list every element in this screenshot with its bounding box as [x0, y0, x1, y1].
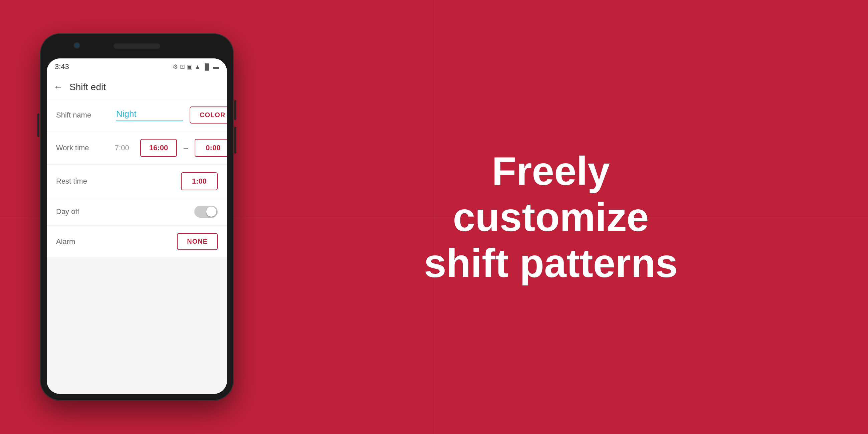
settings-status-icon: ⚙	[173, 63, 178, 70]
shift-name-label: Shift name	[56, 111, 110, 120]
alarm-none-button[interactable]: NONE	[177, 233, 218, 250]
shift-name-row: Shift name COLOR	[47, 99, 227, 131]
promo-panel: Freely customize shift patterns	[234, 128, 868, 306]
rest-time-row: Rest time 1:00	[47, 165, 227, 198]
status-bar: 3:43 ⚙ ⊡ ▣ ▲ ▐▌ ▬	[47, 58, 227, 75]
promo-text: Freely customize shift patterns	[424, 148, 678, 286]
signal-status-icon: ▐▌	[202, 63, 211, 70]
status-icons: ⚙ ⊡ ▣ ▲ ▐▌ ▬	[173, 63, 219, 70]
toggle-knob	[206, 207, 216, 217]
shift-name-input[interactable]	[116, 109, 183, 121]
phone-volume-up-button	[235, 100, 236, 120]
back-button[interactable]: ←	[54, 83, 63, 92]
app-bar: ← Shift edit	[47, 75, 227, 99]
day-off-toggle[interactable]	[194, 206, 218, 218]
time-separator: –	[182, 143, 189, 153]
phone-camera	[73, 42, 80, 49]
rest-time-button-wrapper: 1:00	[181, 172, 218, 190]
color-button[interactable]: COLOR	[190, 106, 227, 124]
app-title: Shift edit	[69, 82, 106, 92]
promo-line3: shift patterns	[424, 240, 678, 286]
sd-status-icon: ▣	[187, 63, 193, 70]
day-off-toggle-wrapper[interactable]	[194, 206, 218, 218]
phone-speaker	[114, 43, 160, 49]
promo-line1: Freely	[424, 148, 678, 194]
phone-volume-down-button	[235, 127, 236, 154]
phone-power-button	[37, 114, 39, 137]
phone-screen: 3:43 ⚙ ⊡ ▣ ▲ ▐▌ ▬ ← Shift edit Sh	[47, 58, 227, 394]
phone-top-bar	[47, 40, 227, 57]
work-duration: 7:00	[115, 144, 135, 152]
alarm-label: Alarm	[56, 237, 110, 246]
work-time-label: Work time	[56, 144, 110, 152]
status-time: 3:43	[55, 62, 69, 71]
alarm-row: Alarm NONE	[47, 226, 227, 257]
promo-line2: customize	[424, 194, 678, 240]
work-time-row: Work time 7:00 16:00 – 0:00	[47, 131, 227, 164]
day-off-label: Day off	[56, 207, 110, 216]
work-start-time-button[interactable]: 16:00	[140, 139, 177, 157]
rest-time-label: Rest time	[56, 177, 110, 186]
battery-status-icon: ▬	[213, 63, 219, 70]
wifi-status-icon: ▲	[195, 63, 200, 70]
phone-mockup: 3:43 ⚙ ⊡ ▣ ▲ ▐▌ ▬ ← Shift edit Sh	[40, 33, 234, 401]
screenshot-status-icon: ⊡	[180, 63, 185, 70]
rest-time-button[interactable]: 1:00	[181, 172, 218, 190]
work-end-time-button[interactable]: 0:00	[195, 139, 227, 157]
day-off-row: Day off	[47, 198, 227, 225]
